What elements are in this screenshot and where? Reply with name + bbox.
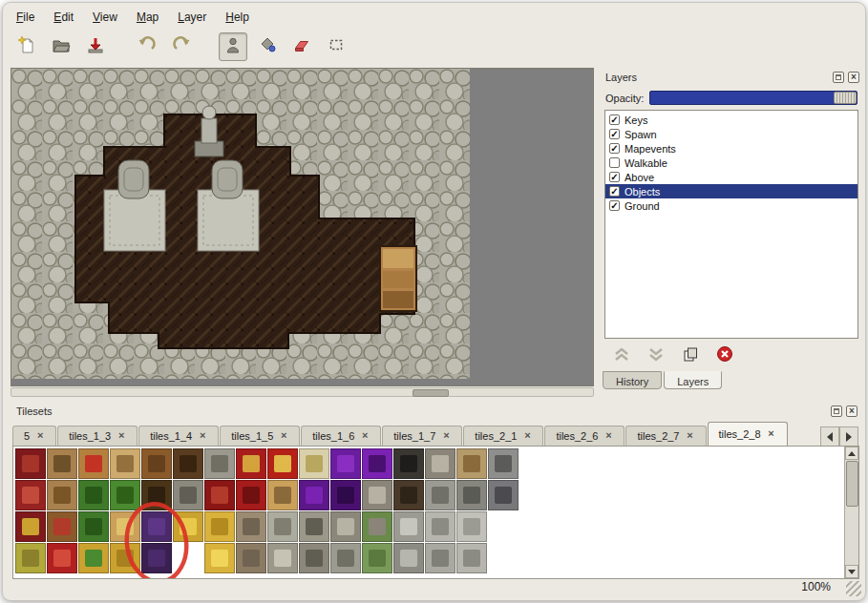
tileset-tile[interactable] [299,448,329,479]
tileset-tile[interactable] [362,543,392,573]
map-canvas[interactable] [11,68,594,386]
tileset-tile[interactable] [15,543,46,573]
tileset-tile[interactable] [110,543,140,573]
layer-row[interactable]: Walkable [605,156,857,170]
layer-checkbox[interactable] [609,172,620,182]
tileset-tile[interactable] [236,543,266,573]
tab-layers[interactable]: Layers [664,371,722,389]
open-button[interactable] [47,32,75,61]
layer-row[interactable]: Keys [605,113,857,127]
tileset-tile[interactable] [47,480,77,510]
undo-button[interactable] [133,32,161,61]
scroll-up-button[interactable] [845,447,858,460]
tileset-tile[interactable] [362,511,392,542]
tileset-tab[interactable]: tiles_1_7 [382,426,462,446]
tileset-tile[interactable] [236,448,266,479]
tileset-tile[interactable] [456,511,487,542]
tileset-tile[interactable] [15,480,46,510]
scroll-tabs-left-button[interactable] [820,426,839,447]
menu-layer[interactable]: Layer [168,8,216,27]
tileset-tile[interactable] [204,511,235,542]
tileset-tile[interactable] [456,480,487,510]
tileset-tile[interactable] [456,448,487,479]
layer-row[interactable]: Ground [605,198,857,213]
save-button[interactable] [81,32,110,61]
close-tab-icon[interactable] [522,431,532,441]
tileset-tile[interactable] [173,448,203,479]
close-tab-icon[interactable] [198,431,207,441]
lower-layer-button[interactable] [646,344,667,364]
tileset-tile[interactable] [299,480,329,510]
close-panel-icon[interactable] [846,405,857,417]
tileset-tile[interactable] [330,480,361,510]
stamp-tool-button[interactable] [219,32,247,61]
layer-row[interactable]: Spawn [605,127,857,141]
opacity-slider[interactable] [649,91,857,105]
tileset-tile[interactable] [393,448,424,479]
opacity-slider-handle[interactable] [834,92,857,104]
tileset-tile[interactable] [110,448,140,479]
close-tab-icon[interactable] [767,429,776,439]
tileset-tile[interactable] [425,511,455,542]
close-tab-icon[interactable] [686,431,695,441]
tileset-tile[interactable] [204,480,235,510]
tileset-tile[interactable] [78,448,109,479]
tileset-tile[interactable] [488,448,519,479]
window-resize-grip[interactable] [846,581,861,596]
tileset-tile[interactable] [173,480,203,510]
tileset-tile[interactable] [456,543,487,573]
layer-row[interactable]: Objects [605,184,857,198]
tileset-tab[interactable]: tiles_1_5 [220,426,300,446]
menu-help[interactable]: Help [216,8,259,27]
tileset-tile[interactable] [47,543,77,573]
tileset-tile[interactable] [141,543,172,573]
tileset-tile[interactable] [173,511,203,542]
tileset-tile[interactable] [362,480,392,510]
tileset-tab[interactable]: tiles_1_4 [138,426,219,446]
tileset-tile[interactable] [267,480,298,510]
tileset-tile[interactable] [299,543,329,573]
tileset-tile[interactable] [15,448,46,479]
tileset-tile[interactable] [236,480,266,510]
tileset-tile[interactable] [78,480,109,510]
layer-row[interactable]: Above [605,170,857,184]
tileset-vertical-scrollbar[interactable] [844,447,858,578]
new-button[interactable] [12,32,41,61]
raise-layer-button[interactable] [611,344,632,364]
tileset-tile[interactable] [141,511,172,542]
tileset-tile[interactable] [78,511,109,542]
tileset-tab[interactable]: tiles_1_3 [57,426,138,446]
tileset-tile[interactable] [267,448,298,479]
eraser-tool-button[interactable] [287,32,316,61]
tileset-tile[interactable] [330,448,361,479]
float-panel-icon[interactable] [833,72,844,83]
menu-file[interactable]: File [7,8,44,27]
close-panel-icon[interactable] [848,72,859,83]
float-panel-icon[interactable] [831,405,842,417]
duplicate-layer-button[interactable] [680,344,701,364]
tileset-tile[interactable] [393,511,424,542]
close-tab-icon[interactable] [441,431,451,441]
tileset-tab-active[interactable]: tiles_2_8 [708,422,788,446]
layer-row[interactable]: Mapevents [605,141,857,156]
tileset-tile[interactable] [47,448,77,479]
map-horizontal-scrollbar[interactable] [11,387,594,397]
tileset-tile[interactable] [425,543,455,573]
close-tab-icon[interactable] [603,431,613,441]
tileset-tile[interactable] [362,448,392,479]
tileset-tile[interactable] [204,448,235,479]
tileset-tile[interactable] [299,511,329,542]
delete-layer-button[interactable] [714,344,735,364]
close-tab-icon[interactable] [360,431,370,441]
tileset-tab[interactable]: 5 [12,426,56,446]
layer-checkbox[interactable] [609,186,620,197]
layers-list[interactable]: Keys Spawn Mapevents Walkable Above Obje… [604,110,858,339]
tileset-tile[interactable] [236,511,266,542]
tileset-tab[interactable]: tiles_2_1 [463,426,543,446]
tileset-tile[interactable] [425,480,455,510]
tileset-tile[interactable] [393,543,424,573]
tileset-tab[interactable]: tiles_2_6 [544,426,625,446]
tileset-tile[interactable] [267,543,298,573]
tileset-tile[interactable] [488,480,519,510]
tileset-tile[interactable] [110,511,140,542]
